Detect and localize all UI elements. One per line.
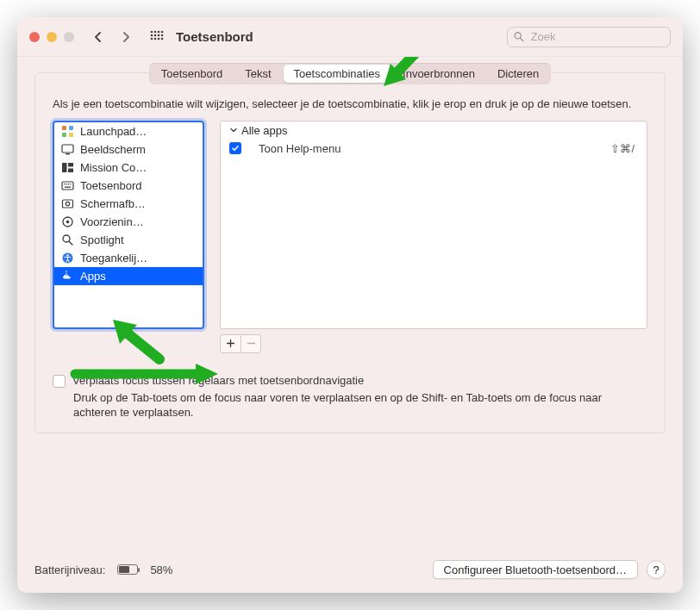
svg-point-6 bbox=[158, 34, 160, 36]
category-item[interactable]: Launchpad… bbox=[54, 122, 203, 140]
search-icon bbox=[514, 31, 524, 42]
prefs-window: Toetsenbord Toetsenbord Tekst Toetscombi… bbox=[17, 17, 683, 593]
category-label: Spotlight bbox=[80, 233, 124, 246]
svg-rect-15 bbox=[69, 126, 73, 130]
keyboard-nav-desc: Druk op de Tab-toets om de focus naar vo… bbox=[35, 388, 665, 420]
svg-point-11 bbox=[161, 37, 164, 40]
svg-rect-14 bbox=[62, 126, 66, 130]
svg-point-36 bbox=[66, 254, 68, 256]
tab-toetscombinaties[interactable]: Toetscombinaties bbox=[284, 65, 391, 83]
remove-shortcut-button[interactable] bbox=[241, 334, 261, 353]
chevron-down-icon bbox=[229, 126, 238, 134]
shortcut-checkbox[interactable] bbox=[229, 142, 241, 154]
svg-rect-28 bbox=[65, 186, 71, 187]
minimize-window-button[interactable] bbox=[47, 32, 57, 42]
svg-rect-23 bbox=[62, 182, 73, 190]
category-item[interactable]: Apps bbox=[54, 267, 203, 285]
shortcuts-group-header[interactable]: Alle apps bbox=[221, 121, 647, 140]
search-field[interactable] bbox=[507, 27, 671, 47]
shortcut-keys: ⇧⌘/ bbox=[610, 142, 634, 155]
forward-button[interactable] bbox=[116, 27, 136, 47]
svg-point-7 bbox=[161, 34, 164, 36]
bluetooth-config-button[interactable]: Configureer Bluetooth-toetsenbord… bbox=[433, 560, 638, 579]
svg-rect-17 bbox=[69, 133, 73, 137]
svg-line-34 bbox=[69, 241, 72, 245]
mission-icon bbox=[61, 161, 74, 174]
show-all-prefs-button[interactable] bbox=[147, 27, 167, 47]
battery-icon bbox=[117, 564, 138, 575]
keyboard-icon bbox=[61, 179, 74, 192]
category-label: Schermafb… bbox=[80, 197, 146, 210]
svg-point-3 bbox=[161, 30, 164, 33]
category-label: Beeldscherm bbox=[80, 143, 146, 156]
tab-dicteren[interactable]: Dicteren bbox=[487, 65, 549, 83]
shortcut-row[interactable]: Toon Help-menu ⇧⌘/ bbox=[221, 140, 647, 158]
tab-toetsenbord[interactable]: Toetsenbord bbox=[151, 65, 234, 83]
tabs: Toetsenbord Tekst Toetscombinaties Invoe… bbox=[149, 63, 552, 84]
category-item[interactable]: Toegankelij… bbox=[54, 249, 203, 267]
svg-rect-19 bbox=[66, 153, 70, 154]
svg-point-4 bbox=[151, 34, 153, 36]
accessibility-icon bbox=[61, 252, 74, 265]
keyboard-nav-checkbox[interactable] bbox=[53, 375, 66, 388]
svg-point-8 bbox=[151, 37, 153, 40]
battery-percentage: 58% bbox=[150, 563, 172, 576]
svg-rect-16 bbox=[62, 133, 66, 137]
svg-line-13 bbox=[521, 38, 523, 40]
services-icon bbox=[61, 215, 74, 228]
svg-rect-22 bbox=[68, 168, 73, 172]
svg-rect-18 bbox=[62, 145, 73, 152]
shortcuts-group-label: Alle apps bbox=[241, 124, 287, 137]
window-title: Toetsenbord bbox=[176, 29, 253, 44]
help-button[interactable]: ? bbox=[647, 560, 666, 579]
category-item[interactable]: Spotlight bbox=[54, 231, 203, 249]
apps-icon bbox=[61, 270, 74, 283]
display-icon bbox=[61, 143, 74, 156]
category-item[interactable]: Beeldscherm bbox=[54, 140, 203, 159]
svg-point-2 bbox=[158, 30, 160, 33]
category-label: Toegankelij… bbox=[80, 252, 147, 265]
svg-rect-24 bbox=[64, 184, 65, 184]
svg-point-0 bbox=[151, 30, 153, 33]
category-item[interactable]: Schermafb… bbox=[54, 195, 203, 213]
add-shortcut-button[interactable] bbox=[220, 334, 241, 353]
svg-rect-25 bbox=[66, 184, 66, 184]
search-input[interactable] bbox=[529, 29, 664, 44]
svg-rect-21 bbox=[68, 163, 73, 167]
screenshot-icon bbox=[61, 197, 74, 210]
category-item[interactable]: Toetsenbord bbox=[54, 177, 203, 195]
category-item[interactable]: Mission Co… bbox=[54, 159, 203, 177]
add-remove-controls bbox=[220, 334, 665, 353]
keyboard-nav-label: Verplaats focus tussen regelaars met toe… bbox=[72, 374, 364, 387]
svg-point-1 bbox=[154, 30, 157, 33]
footer: Batterijniveau: 58% Configureer Bluetoot… bbox=[17, 550, 683, 593]
shortcut-label: Toon Help-menu bbox=[252, 142, 610, 155]
category-list[interactable]: Launchpad…BeeldschermMission Co…Toetsenb… bbox=[53, 121, 204, 329]
main-panel: Toetsenbord Tekst Toetscombinaties Invoe… bbox=[34, 72, 666, 433]
svg-point-32 bbox=[66, 220, 70, 223]
category-item[interactable]: Voorzienin… bbox=[54, 213, 203, 231]
svg-rect-29 bbox=[63, 200, 73, 208]
shortcuts-list[interactable]: Alle apps Toon Help-menu ⇧⌘/ bbox=[220, 121, 647, 329]
tab-invoerbronnen[interactable]: Invoerbronnen bbox=[392, 65, 485, 83]
back-button[interactable] bbox=[88, 27, 109, 47]
titlebar: Toetsenbord bbox=[17, 17, 683, 57]
svg-point-9 bbox=[154, 37, 157, 40]
svg-point-30 bbox=[66, 202, 69, 205]
content-area: Toetsenbord Tekst Toetscombinaties Invoe… bbox=[17, 57, 683, 550]
category-label: Toetsenbord bbox=[80, 179, 142, 192]
category-label: Mission Co… bbox=[80, 161, 147, 174]
svg-rect-20 bbox=[62, 163, 67, 172]
close-window-button[interactable] bbox=[29, 32, 40, 42]
svg-point-10 bbox=[158, 37, 160, 40]
battery-label: Batterijniveau: bbox=[34, 563, 105, 576]
instructions-text: Als je een toetscombinatie wilt wijzigen… bbox=[35, 96, 665, 121]
svg-point-5 bbox=[154, 34, 157, 36]
svg-rect-27 bbox=[70, 184, 71, 184]
tab-tekst[interactable]: Tekst bbox=[234, 65, 281, 83]
launchpad-icon bbox=[61, 125, 74, 138]
zoom-window-button[interactable] bbox=[64, 32, 74, 42]
spotlight-icon bbox=[61, 233, 74, 246]
category-label: Apps bbox=[80, 270, 106, 283]
traffic-lights bbox=[29, 32, 74, 42]
